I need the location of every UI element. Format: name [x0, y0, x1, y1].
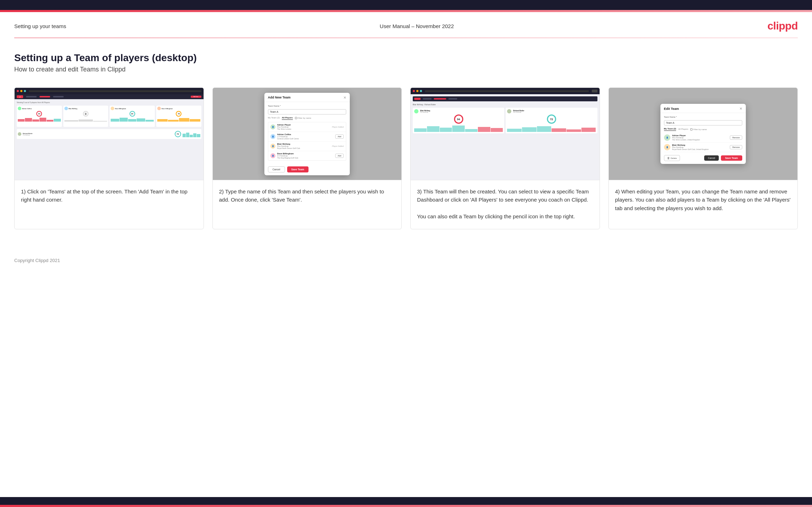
edit-field-label: Team Name * [664, 116, 742, 118]
top-dark-bar [0, 0, 812, 10]
copyright-text: Copyright Clippd 2021 [14, 258, 60, 263]
sc3-logo [414, 98, 421, 100]
score-0: 0 [83, 111, 89, 117]
modal-title: Add New Team [268, 96, 291, 99]
card-1: cl Add Team Viewing 5 out of 5 players f… [14, 87, 204, 229]
sc3-bars-1 [414, 125, 503, 132]
dot-red [17, 90, 19, 92]
remove-player-2-btn[interactable]: Remove [730, 145, 742, 149]
bars-4 [157, 117, 200, 122]
edit-modal-close-icon[interactable]: ✕ [739, 107, 742, 111]
modal-close-icon[interactable]: ✕ [343, 96, 346, 100]
card-3-screenshot: Blair McHarg · Richard Butler Blair McHa… [411, 88, 600, 180]
player-avatar-2: 👤 [270, 134, 275, 139]
tab-my-team[interactable]: My Team (2) [268, 117, 280, 119]
player-list: 👤 Adrian Player Plus Handicap The Shire … [268, 122, 346, 161]
bars-3 [111, 117, 154, 122]
player-item-1: 👤 Adrian Player Plus Handicap The Shire … [268, 122, 346, 132]
nav-item3 [53, 96, 64, 97]
score-94: 94 [130, 111, 135, 117]
edit-modal-title: Edit Team [664, 107, 679, 111]
save-team-button[interactable]: Save Team [287, 166, 309, 172]
modal-header: Add New Team ✕ [264, 93, 350, 102]
card-4-screenshot: Edit Team ✕ Team Name * My Team (2) All … [609, 88, 798, 180]
player-avatar-3: 👤 [270, 144, 275, 149]
edit-avatar-2: 👤 [664, 144, 670, 150]
sc1-players-row: Adrian Collins 84 [17, 106, 201, 127]
card-4-text: 4) When editing your Team, you can chang… [609, 180, 798, 229]
edit-tab-all-players[interactable]: All Players [678, 128, 688, 131]
edit-avatar-1: 👤 [664, 134, 670, 141]
player-item-3: 👤 Blair McHarg Plus Handicap Royal North… [268, 142, 346, 151]
edit-team-name-input[interactable] [664, 120, 742, 126]
bars-1 [18, 117, 61, 122]
card-2-text: 2) Type the name of this Team and then s… [213, 180, 402, 229]
field-label: Team Name * [268, 105, 346, 107]
edit-p1-loc: The Shire London, United Kingdom [672, 139, 728, 141]
bottom-accent-bar [0, 505, 812, 507]
edit-player-item-2: 👤 Blair McHarg Plus Handicap Royal North… [664, 143, 742, 152]
edit-tab-my-team[interactable]: My Team (2) [664, 128, 676, 131]
sc1-player-4: Dave Gillingham 78 [156, 106, 201, 127]
cards-grid: cl Add Team Viewing 5 out of 5 players f… [14, 87, 798, 229]
nav-teams [39, 96, 50, 97]
team-name-input[interactable] [268, 109, 346, 114]
sc3-avatar-1 [414, 109, 418, 113]
edit-modal-body: Team Name * My Team (2) All Players Filt… [660, 113, 746, 155]
dot-teal [24, 90, 26, 92]
edit-team-modal: Edit Team ✕ Team Name * My Team (2) All … [660, 104, 746, 164]
add-team-modal: Add New Team ✕ Team Name * My Team (2) A… [264, 93, 350, 175]
edit-save-team-button[interactable]: Save Team [721, 155, 742, 161]
page-subtitle: How to create and edit Teams in Clippd [14, 66, 798, 73]
page-footer: Copyright Clippd 2021 [0, 254, 812, 274]
player-2-loc: Central London Golf Centre [277, 138, 333, 140]
player-1-status: Player Added [332, 126, 344, 128]
filter-checkbox[interactable] [295, 117, 297, 119]
player-3-loc: Royal North Devon Golf Club [277, 147, 330, 149]
avatar-1 [18, 107, 21, 110]
main-content: Setting up a Team of players (desktop) H… [0, 38, 812, 254]
bars-5 [183, 132, 200, 137]
avatar-3 [111, 107, 114, 110]
trash-icon: 🗑 [667, 157, 670, 159]
sc1-topbar [15, 88, 204, 94]
nav-home [26, 96, 37, 97]
remove-player-1-btn[interactable]: Remove [730, 135, 742, 140]
edit-cancel-button[interactable]: Cancel [704, 155, 718, 161]
sc3-p2-name: Richard Butler [513, 110, 524, 112]
edit-icon [592, 90, 597, 92]
card-4: Edit Team ✕ Team Name * My Team (2) All … [608, 87, 798, 229]
cancel-button[interactable]: Cancel [268, 166, 285, 172]
sc1-bottom-player: Richard Butler Plus Handicap 72 [17, 129, 201, 139]
tab-all-players[interactable]: All Players [282, 117, 293, 120]
add-player-2-btn[interactable]: Add [335, 134, 344, 139]
sc1-nav: cl Add Team [15, 94, 204, 99]
edit-filter-checkbox[interactable] [690, 128, 692, 130]
player-item-2: 👤 Adrian Coliba 1.5 Handicap Central Lon… [268, 132, 346, 142]
avatar-2 [64, 107, 68, 110]
add-team-btn: Add Team [191, 96, 201, 98]
card-3-text: 3) This Team will then be created. You c… [411, 180, 600, 229]
modal-tabs: My Team (2) All Players Filter by name [268, 117, 346, 120]
sc1-player-2: Blair McHarg 0 [63, 106, 109, 127]
edit-player-item-1: 👤 Adrian Player Plus Handicap The Shire … [664, 133, 742, 143]
delete-button[interactable]: 🗑 Delete [664, 155, 680, 161]
filter-by-name[interactable]: Filter by name [295, 117, 311, 119]
card-3: Blair McHarg · Richard Butler Blair McHa… [410, 87, 600, 229]
card-2-screenshot: Add New Team ✕ Team Name * My Team (2) A… [213, 88, 402, 180]
card-2: Add New Team ✕ Team Name * My Team (2) A… [212, 87, 402, 229]
sc3-nav [413, 96, 597, 101]
add-player-4-btn[interactable]: Add [335, 154, 344, 158]
player-4-loc: The Dog Maging Golf Club [277, 157, 333, 159]
sc3-p1-name: Blair McHarg [420, 110, 430, 112]
score-72: 72 [175, 131, 181, 137]
score-84: 84 [36, 111, 42, 117]
page-title: Setting up a Team of players (desktop) [14, 52, 798, 64]
sc1-content: Viewing 5 out of 5 players from All Play… [15, 99, 204, 180]
sc1-player-1: Adrian Collins 84 [17, 106, 62, 127]
player-name-1: Adrian Collins [22, 108, 32, 110]
edit-filter-by-name[interactable]: Filter by name [690, 128, 707, 130]
sc3-players-row: Blair McHarg Plus Handicap 94 [413, 108, 597, 133]
modal-body: Team Name * My Team (2) All Players Filt… [264, 102, 350, 166]
edit-p2-loc: Royal North Devon Golf Club, United King… [672, 148, 728, 150]
